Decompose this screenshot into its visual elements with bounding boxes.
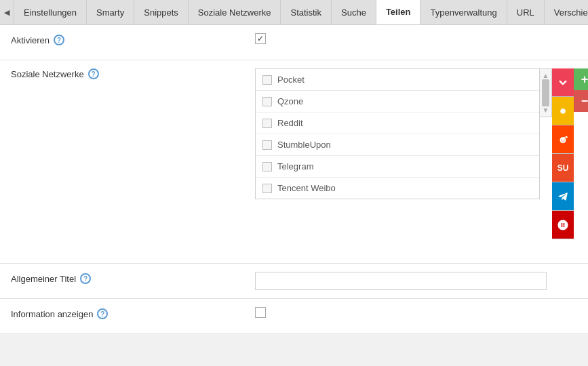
tencent-brand-icon bbox=[552, 211, 574, 239]
svg-point-0 bbox=[560, 108, 566, 114]
information-anzeigen-help-icon[interactable]: ? bbox=[97, 308, 108, 319]
add-network-button[interactable]: + bbox=[574, 68, 588, 90]
qzone-brand-icon bbox=[552, 97, 574, 125]
pocket-brand-icon bbox=[552, 68, 574, 97]
pocket-checkbox[interactable] bbox=[262, 75, 272, 85]
soziale-netzwerke-row: Soziale Netzwerke ? Pocket Qzone bbox=[0, 60, 588, 264]
remove-network-button[interactable]: − bbox=[574, 90, 588, 112]
tab-verschiedenes[interactable]: Verschiedenes bbox=[545, 0, 588, 24]
social-icons-column: SU bbox=[552, 68, 574, 239]
information-anzeigen-checkbox[interactable] bbox=[255, 307, 266, 318]
scroll-up-indicator: ▲ bbox=[543, 72, 549, 79]
tab-einstellungen[interactable]: Einstellungen bbox=[14, 0, 87, 24]
scrollbar-thumb[interactable] bbox=[542, 79, 549, 106]
social-item-stumbleupon[interactable]: StumbleUpon bbox=[256, 134, 539, 156]
reddit-brand-icon bbox=[552, 125, 574, 154]
social-item-telegram[interactable]: Telegram bbox=[256, 156, 539, 178]
svg-point-1 bbox=[560, 137, 566, 143]
tab-snippets[interactable]: Snippets bbox=[134, 0, 189, 24]
svg-line-5 bbox=[564, 136, 566, 137]
tab-soziale-netzwerke[interactable]: Soziale Netzwerke bbox=[189, 0, 281, 24]
tab-smarty[interactable]: Smarty bbox=[87, 0, 134, 24]
allgemeiner-titel-label: Allgemeiner Titel ? bbox=[11, 272, 255, 284]
svg-point-4 bbox=[566, 136, 568, 138]
svg-point-3 bbox=[564, 140, 565, 141]
svg-point-2 bbox=[561, 140, 562, 141]
social-item-qzone[interactable]: Qzone bbox=[256, 91, 539, 113]
telegram-checkbox[interactable] bbox=[262, 162, 272, 171]
social-list-container: Pocket Qzone Reddit Stu bbox=[255, 68, 588, 239]
scroll-down-indicator: ▼ bbox=[543, 106, 549, 114]
information-anzeigen-label: Information anzeigen ? bbox=[11, 307, 255, 319]
aktivieren-control bbox=[255, 33, 577, 44]
tab-suche[interactable]: Suche bbox=[332, 0, 376, 24]
tencent-checkbox[interactable] bbox=[262, 184, 272, 193]
telegram-brand-icon bbox=[552, 182, 574, 211]
allgemeiner-titel-control bbox=[255, 272, 577, 290]
social-item-pocket[interactable]: Pocket bbox=[256, 69, 539, 91]
tab-statistik[interactable]: Statistik bbox=[281, 0, 332, 24]
qzone-checkbox[interactable] bbox=[262, 97, 272, 106]
information-anzeigen-row: Information anzeigen ? bbox=[0, 299, 588, 334]
add-remove-buttons: + − bbox=[574, 68, 588, 112]
stumbleupon-checkbox[interactable] bbox=[262, 140, 272, 150]
stumbleupon-brand-icon: SU bbox=[552, 154, 574, 182]
soziale-netzwerke-help-icon[interactable]: ? bbox=[88, 68, 99, 79]
information-anzeigen-control bbox=[255, 307, 577, 318]
tab-teilen[interactable]: Teilen bbox=[376, 0, 421, 24]
allgemeiner-titel-input[interactable] bbox=[255, 272, 547, 290]
nav-arrow-left[interactable]: ◀ bbox=[0, 0, 14, 24]
nav-tabs: ◀ Einstellungen Smarty Snippets Soziale … bbox=[0, 0, 588, 25]
soziale-netzwerke-label: Soziale Netzwerke ? bbox=[11, 68, 255, 79]
reddit-checkbox[interactable] bbox=[262, 119, 272, 128]
social-item-tencent[interactable]: Tencent Weibo bbox=[256, 178, 539, 199]
nav-arrow-icon: ◀ bbox=[4, 8, 9, 17]
aktivieren-checkbox[interactable] bbox=[255, 33, 266, 44]
tab-typenverwaltung[interactable]: Typenverwaltung bbox=[420, 0, 507, 24]
aktivieren-row: Aktivieren ? bbox=[0, 25, 588, 60]
content-area: Aktivieren ? Soziale Netzwerke ? Pocket bbox=[0, 25, 588, 334]
social-item-reddit[interactable]: Reddit bbox=[256, 113, 539, 134]
allgemeiner-titel-help-icon[interactable]: ? bbox=[80, 273, 91, 284]
aktivieren-label: Aktivieren ? bbox=[11, 33, 255, 45]
social-network-list[interactable]: Pocket Qzone Reddit Stu bbox=[255, 68, 540, 199]
aktivieren-help-icon[interactable]: ? bbox=[54, 35, 64, 45]
allgemeiner-titel-row: Allgemeiner Titel ? bbox=[0, 264, 588, 299]
tab-url[interactable]: URL bbox=[507, 0, 545, 24]
